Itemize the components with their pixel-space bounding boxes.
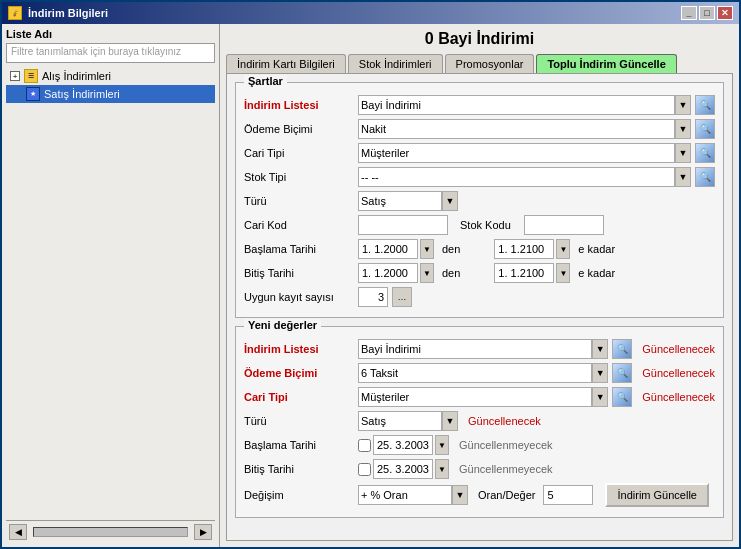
sartlar-baslama-row: Başlama Tarihi ▼ den ▼ e kadar [244,239,715,259]
sartlar-turu-input[interactable] [358,191,442,211]
yeni-turu-label: Türü [244,415,354,427]
minimize-button[interactable]: _ [681,6,697,20]
sartlar-bitis-den: den [442,267,460,279]
indirim-guncelle-button[interactable]: İndirim Güncelle [605,483,708,507]
sartlar-bitis-stok-arrow[interactable]: ▼ [556,263,570,283]
oran-deger-label: Oran/Değer [478,489,535,501]
tab-promosyonlar[interactable]: Promosyonlar [445,54,535,73]
yeni-baslama-arrow[interactable]: ▼ [435,435,449,455]
tabs: İndirim Kartı Bilgileri Stok İndirimleri… [226,54,733,73]
sartlar-odeme-bicimi-row: Ödeme Biçimi ▼ 🔍 [244,119,715,139]
sartlar-baslama-input[interactable] [358,239,418,259]
sartlar-stok-tipi-input[interactable] [358,167,675,187]
yeni-bitis-row: Bitiş Tarihi ▼ Güncellenmeyecek [244,459,715,479]
sartlar-stok-tipi-icon[interactable]: 🔍 [695,167,715,187]
yeni-turu-dropdown[interactable]: ▼ [442,411,458,431]
yeni-degerler-title: Yeni değerler [244,319,321,331]
yeni-odeme-bicimi-row: Ödeme Biçimi ▼ 🔍 Güncellenecek [244,363,715,383]
sidebar-list-label: Liste Adı [6,28,215,40]
sartlar-baslama-date-group: ▼ [358,239,434,259]
title-bar-left: 💰 İndirim Bilgileri [8,6,108,20]
sidebar-item-alis[interactable]: + ☰ Alış İndirimleri [6,67,215,85]
yeni-baslama-checkbox[interactable] [358,439,371,452]
sartlar-baslama-arrow[interactable]: ▼ [420,239,434,259]
yeni-bitis-label: Bitiş Tarihi [244,463,354,475]
sartlar-cari-tipi-icon[interactable]: 🔍 [695,143,715,163]
sartlar-indirim-listesi-row: İndirim Listesi ▼ 🔍 [244,95,715,115]
yeni-cari-tipi-icon[interactable]: 🔍 [612,387,632,407]
sidebar-item-satis[interactable]: ★ Satış İndirimleri [6,85,215,103]
yeni-bitis-input[interactable] [373,459,433,479]
yeni-indirim-listesi-input[interactable] [358,339,592,359]
yeni-degisim-row: Değişim ▼ Oran/Değer İndirim Güncelle [244,483,715,507]
uygun-kayit-btn[interactable]: … [392,287,412,307]
oran-deger-input[interactable] [543,485,593,505]
close-button[interactable]: ✕ [717,6,733,20]
yeni-odeme-bicimi-icon[interactable]: 🔍 [612,363,632,383]
main-content: 0 Bayi İndirimi İndirim Kartı Bilgileri … [220,24,739,547]
yeni-cari-tipi-select: ▼ [358,387,608,407]
tab-stok-indirimleri[interactable]: Stok İndirimleri [348,54,443,73]
sartlar-cari-kod-input[interactable] [358,215,448,235]
sartlar-turu-dropdown[interactable]: ▼ [442,191,458,211]
nav-right-button[interactable]: ▶ [194,524,212,540]
window-title: İndirim Bilgileri [28,7,108,19]
sartlar-indirim-listesi-input[interactable] [358,95,675,115]
sartlar-baslama-den: den [442,243,460,255]
yeni-odeme-bicimi-dropdown[interactable]: ▼ [592,363,608,383]
sartlar-cari-tipi-input[interactable] [358,143,675,163]
yeni-baslama-status: Güncellenmeyecek [459,439,553,451]
yeni-indirim-listesi-dropdown[interactable]: ▼ [592,339,608,359]
yeni-turu-input[interactable] [358,411,442,431]
sartlar-odeme-bicimi-icon[interactable]: 🔍 [695,119,715,139]
sartlar-baslama-stok-arrow[interactable]: ▼ [556,239,570,259]
yeni-odeme-bicimi-input[interactable] [358,363,592,383]
nav-left-button[interactable]: ◀ [9,524,27,540]
sartlar-bitis-arrow[interactable]: ▼ [420,263,434,283]
sartlar-odeme-bicimi-input[interactable] [358,119,675,139]
sidebar-bottom: ◀ ▶ [6,520,215,543]
stok-kodu-input[interactable] [524,215,604,235]
sartlar-stok-tipi-label: Stok Tipi [244,171,354,183]
sidebar: Liste Adı Filtre tanımlamak için buraya … [2,24,220,547]
yeni-baslama-input[interactable] [373,435,433,455]
sartlar-bitis-row: Bitiş Tarihi ▼ den ▼ e kadar [244,263,715,283]
yeni-bitis-arrow[interactable]: ▼ [435,459,449,479]
yeni-degerler-inner: İndirim Listesi ▼ 🔍 Güncellenecek Ödeme … [244,339,715,507]
sartlar-indirim-listesi-label: İndirim Listesi [244,99,354,111]
sartlar-stok-tipi-dropdown[interactable]: ▼ [675,167,691,187]
yeni-degisim-dropdown[interactable]: ▼ [452,485,468,505]
sartlar-indirim-listesi-icon[interactable]: 🔍 [695,95,715,115]
sartlar-odeme-bicimi-dropdown[interactable]: ▼ [675,119,691,139]
yeni-degisim-input[interactable] [358,485,452,505]
uygun-kayit-input[interactable] [358,287,388,307]
scroll-track[interactable] [33,527,188,537]
tab-indirim-karti[interactable]: İndirim Kartı Bilgileri [226,54,346,73]
yeni-cari-tipi-input[interactable] [358,387,592,407]
sartlar-baslama-stok-date-group: ▼ [494,239,570,259]
sartlar-cari-tipi-dropdown[interactable]: ▼ [675,143,691,163]
yeni-bitis-checkbox[interactable] [358,463,371,476]
yeni-degisim-label: Değişim [244,489,354,501]
yeni-cari-tipi-dropdown[interactable]: ▼ [592,387,608,407]
sartlar-baslama-label: Başlama Tarihi [244,243,354,255]
sartlar-title: Şartlar [244,75,287,87]
yeni-baslama-row: Başlama Tarihi ▼ Güncellenmeyecek [244,435,715,455]
sartlar-baslama-stok-input[interactable] [494,239,554,259]
yeni-indirim-listesi-icon[interactable]: 🔍 [612,339,632,359]
sidebar-filter[interactable]: Filtre tanımlamak için buraya tıklayınız [6,43,215,63]
sartlar-bitis-input[interactable] [358,263,418,283]
sartlar-bitis-date-group: ▼ [358,263,434,283]
main-window: 💰 İndirim Bilgileri _ □ ✕ Liste Adı Filt… [0,0,741,549]
sartlar-indirim-listesi-dropdown[interactable]: ▼ [675,95,691,115]
sidebar-tree: + ☰ Alış İndirimleri ★ Satış İndirimleri [6,67,215,520]
sartlar-turu-select: ▼ [358,191,458,211]
sartlar-bitis-stok-input[interactable] [494,263,554,283]
tab-content: Şartlar İndirim Listesi ▼ 🔍 [226,73,733,541]
sartlar-stok-tipi-row: Stok Tipi ▼ 🔍 [244,167,715,187]
maximize-button[interactable]: □ [699,6,715,20]
tab-toplu-indirim[interactable]: Toplu İndirim Güncelle [536,54,676,73]
yeni-cari-tipi-status: Güncellenecek [642,391,715,403]
window-body: Liste Adı Filtre tanımlamak için buraya … [2,24,739,547]
expand-icon[interactable]: + [10,71,20,81]
